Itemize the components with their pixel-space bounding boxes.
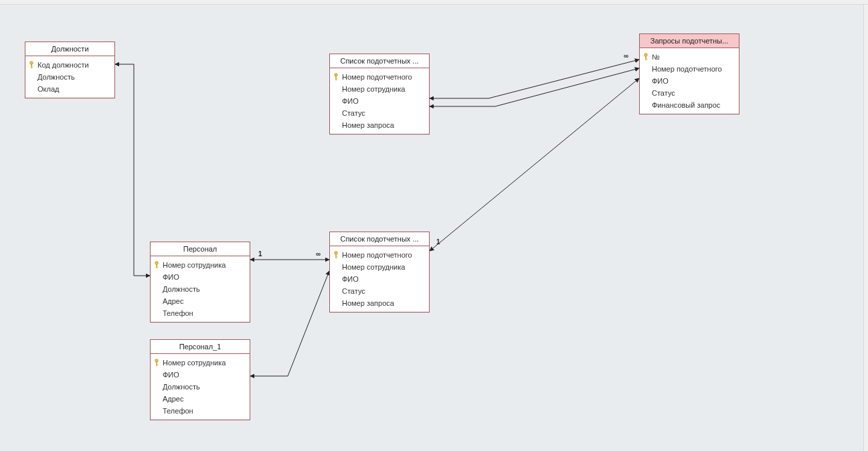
- db-field-row[interactable]: Адрес: [151, 295, 250, 307]
- db-field-row[interactable]: Должность: [151, 283, 250, 295]
- db-table-dolzhnosti[interactable]: ДолжностиКод должностиДолжностьОклад: [25, 41, 115, 98]
- db-field-row[interactable]: ФИО: [151, 369, 250, 381]
- db-field-row[interactable]: Должность: [25, 71, 114, 83]
- db-field-row[interactable]: ФИО: [151, 271, 250, 283]
- db-field-row[interactable]: №: [640, 51, 739, 63]
- db-field-row[interactable]: Номер сотрудника: [330, 261, 429, 273]
- db-field-name: Адрес: [163, 296, 246, 306]
- svg-text:1: 1: [258, 250, 262, 258]
- db-table-title[interactable]: Персонал: [151, 242, 250, 256]
- svg-rect-17: [335, 76, 337, 80]
- db-field-row[interactable]: Статус: [330, 285, 429, 297]
- svg-text:∞: ∞: [316, 250, 321, 258]
- db-field-name: Номер сотрудника: [342, 262, 425, 272]
- svg-rect-14: [156, 364, 158, 365]
- db-table-spisok1[interactable]: Список подотчетных ...Номер подотчетного…: [329, 54, 430, 134]
- svg-rect-26: [645, 58, 647, 59]
- db-field-row[interactable]: Финансовый запрос: [640, 99, 739, 111]
- db-field-row[interactable]: Телефон: [151, 307, 250, 319]
- db-field-name: Должность: [163, 381, 246, 392]
- db-table-title[interactable]: Запросы подотчетны...: [640, 34, 739, 48]
- db-field-row[interactable]: Номер сотрудника: [330, 83, 429, 95]
- relationships-canvas[interactable]: 1 ∞ 1 ∞ ДолжностиКод должностиДолжностьО…: [0, 5, 868, 451]
- svg-rect-21: [335, 254, 337, 258]
- svg-rect-18: [335, 78, 337, 79]
- svg-point-8: [155, 262, 159, 265]
- db-field-row[interactable]: Статус: [330, 107, 429, 119]
- primary-key-icon: [333, 73, 342, 81]
- db-field-name: Номер сотрудника: [163, 357, 246, 368]
- db-table-personal1[interactable]: Персонал_1Номер сотрудникаФИОДолжностьАд…: [150, 339, 250, 420]
- db-field-name: Номер подотчетного: [652, 64, 735, 74]
- svg-rect-6: [31, 66, 33, 67]
- db-table-spisok2[interactable]: Список подотчетных ...Номер подотчетного…: [329, 232, 430, 312]
- db-field-row[interactable]: Номер подотчетного: [330, 249, 429, 261]
- svg-point-12: [155, 359, 159, 363]
- db-field-row[interactable]: Код должности: [25, 59, 114, 71]
- svg-point-4: [30, 62, 33, 65]
- db-table-title[interactable]: Персонал_1: [151, 340, 250, 354]
- db-field-row[interactable]: ФИО: [330, 273, 429, 285]
- svg-text:1: 1: [436, 238, 440, 246]
- primary-key-icon: [333, 251, 342, 259]
- db-field-name: Номер подотчетного: [342, 72, 425, 82]
- db-field-name: ФИО: [342, 96, 425, 106]
- db-field-name: Оклад: [37, 84, 110, 94]
- db-table-field-list: Номер сотрудникаФИОДолжностьАдресТелефон: [151, 354, 250, 420]
- db-field-name: №: [652, 52, 735, 62]
- db-table-title[interactable]: Список подотчетных ...: [330, 54, 429, 68]
- primary-key-icon: [28, 61, 37, 69]
- db-field-name: Номер запроса: [342, 120, 425, 130]
- db-field-row[interactable]: Номер подотчетного: [640, 63, 739, 75]
- db-field-row[interactable]: Телефон: [151, 405, 250, 417]
- db-field-name: Должность: [37, 72, 110, 82]
- db-field-name: Должность: [163, 284, 246, 294]
- app-top-border: [0, 0, 868, 5]
- db-field-name: ФИО: [342, 274, 425, 284]
- svg-text:∞: ∞: [624, 52, 628, 60]
- db-field-row[interactable]: Номер запроса: [330, 119, 429, 131]
- db-table-title[interactable]: Список подотчетных ...: [330, 232, 429, 246]
- svg-rect-25: [645, 56, 646, 60]
- db-field-row[interactable]: Номер сотрудника: [151, 357, 250, 369]
- db-field-name: Телефон: [163, 308, 246, 319]
- svg-rect-7: [31, 68, 32, 68]
- db-field-row[interactable]: Номер подотчетного: [330, 71, 429, 83]
- db-field-name: Номер запроса: [342, 298, 425, 308]
- svg-rect-19: [335, 80, 337, 80]
- db-table-title[interactable]: Должности: [25, 42, 114, 56]
- db-field-name: Телефон: [163, 405, 246, 416]
- primary-key-icon: [642, 53, 652, 61]
- db-field-name: Финансовый запрос: [652, 100, 735, 110]
- svg-rect-9: [156, 264, 157, 268]
- db-field-row[interactable]: Статус: [640, 87, 739, 99]
- db-field-row[interactable]: Адрес: [151, 393, 250, 405]
- db-field-name: Статус: [652, 88, 735, 98]
- db-table-zaprosy[interactable]: Запросы подотчетны...№Номер подотчетного…: [639, 33, 740, 114]
- svg-rect-27: [645, 60, 646, 60]
- db-field-name: Номер подотчетного: [342, 250, 425, 260]
- primary-key-icon: [153, 261, 163, 269]
- db-table-field-list: Код должностиДолжностьОклад: [25, 56, 114, 98]
- db-table-personal[interactable]: ПерсоналНомер сотрудникаФИОДолжностьАдре…: [150, 242, 250, 323]
- db-table-field-list: Номер подотчетногоНомер сотрудникаФИОСта…: [330, 246, 429, 312]
- db-field-row[interactable]: Оклад: [25, 83, 114, 95]
- db-field-name: Статус: [342, 108, 425, 118]
- svg-rect-22: [335, 256, 337, 257]
- primary-key-icon: [153, 359, 163, 367]
- svg-rect-13: [156, 362, 157, 365]
- svg-rect-11: [156, 268, 157, 268]
- svg-rect-10: [156, 266, 158, 267]
- db-field-name: ФИО: [163, 272, 246, 282]
- db-field-row[interactable]: ФИО: [330, 95, 429, 107]
- db-field-name: Статус: [342, 286, 425, 296]
- db-field-name: ФИО: [652, 76, 735, 86]
- db-table-field-list: Номер сотрудникаФИОДолжностьАдресТелефон: [151, 256, 250, 322]
- db-field-row[interactable]: ФИО: [640, 75, 739, 87]
- db-field-row[interactable]: Должность: [151, 381, 250, 393]
- db-field-name: Код должности: [37, 60, 110, 70]
- db-field-row[interactable]: Номер запроса: [330, 297, 429, 309]
- db-field-row[interactable]: Номер сотрудника: [151, 259, 250, 271]
- svg-rect-5: [31, 64, 32, 68]
- db-field-name: Номер сотрудника: [342, 84, 425, 94]
